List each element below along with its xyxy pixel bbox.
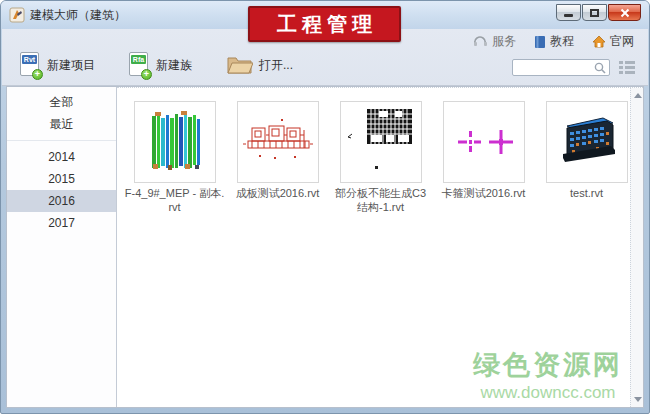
file-name: F-4_9#_MEP - 副本.rvt: [125, 186, 225, 214]
file-item[interactable]: F-4_9#_MEP - 副本.rvt: [123, 101, 226, 214]
scroll-up-icon[interactable]: [634, 93, 642, 98]
file-name: test.rvt: [570, 186, 603, 200]
main-panel: 全部 最近 2014 2015 2016 2017: [6, 86, 644, 408]
open-folder-icon: [226, 54, 253, 76]
rfa-badge: Rfa: [131, 55, 146, 64]
close-button[interactable]: [608, 4, 641, 21]
app-logo-icon: [9, 7, 25, 23]
open-label: 打开...: [259, 57, 293, 74]
magenta-clamps-thumbnail: [443, 101, 525, 183]
new-project-label: 新建项目: [47, 57, 95, 74]
website-link[interactable]: 官网: [592, 33, 634, 50]
sidebar-item-recent[interactable]: 最近: [7, 113, 116, 135]
toolbar: Rvt + 新建项目 Rfa + 新建族 打开...: [16, 49, 297, 81]
file-item[interactable]: 卡箍测试2016.rvt: [432, 101, 535, 214]
window-controls: [556, 4, 641, 21]
list-view-icon[interactable]: [618, 59, 636, 76]
minimize-icon: [564, 14, 573, 17]
app-window: 建模大师（建筑） 工程管理 服务: [0, 0, 650, 414]
file-row: F-4_9#_MEP - 副本.rvt: [117, 88, 643, 214]
black-grid-thumbnail: [340, 101, 422, 183]
plus-icon: +: [141, 69, 152, 80]
page-title-banner: 工程管理: [248, 6, 401, 42]
new-family-label: 新建族: [156, 57, 192, 74]
sidebar: 全部 最近 2014 2015 2016 2017: [7, 87, 117, 407]
website-label: 官网: [610, 33, 634, 50]
file-item[interactable]: 部分板不能生成C3结构-1.rvt: [329, 101, 432, 214]
file-name: 卡箍测试2016.rvt: [442, 186, 526, 200]
maximize-icon: [590, 9, 599, 17]
service-label: 服务: [492, 33, 516, 50]
window-title: 建模大师（建筑）: [30, 7, 126, 24]
plus-icon: +: [32, 69, 43, 80]
search-box: [512, 59, 610, 76]
minimize-button[interactable]: [556, 4, 581, 21]
search-input[interactable]: [513, 62, 593, 74]
file-item[interactable]: test.rvt: [535, 101, 638, 214]
search-icon[interactable]: [593, 61, 607, 75]
sidebar-separator: [7, 140, 116, 141]
mep-model-thumbnail: [134, 101, 216, 183]
new-family-button[interactable]: Rfa + 新建族: [125, 49, 196, 81]
rvt-badge: Rvt: [22, 55, 37, 64]
vertical-scrollbar[interactable]: [630, 88, 643, 407]
maximize-button[interactable]: [582, 4, 607, 21]
service-icon: [473, 36, 488, 48]
scroll-down-icon[interactable]: [634, 397, 642, 402]
tutorial-link[interactable]: 教程: [534, 33, 574, 50]
sidebar-item-2016[interactable]: 2016: [7, 190, 116, 212]
close-icon: [620, 8, 630, 18]
sidebar-item-2014[interactable]: 2014: [7, 146, 116, 168]
new-family-icon: Rfa +: [129, 52, 150, 78]
home-icon: [592, 35, 606, 48]
file-item[interactable]: 成板测试2016.rvt: [226, 101, 329, 214]
header-links: 服务 教程 官网: [473, 33, 634, 50]
sidebar-item-2017[interactable]: 2017: [7, 212, 116, 234]
new-project-button[interactable]: Rvt + 新建项目: [16, 49, 99, 81]
file-grid: F-4_9#_MEP - 副本.rvt: [117, 87, 643, 407]
file-name: 成板测试2016.rvt: [236, 186, 320, 200]
open-button[interactable]: 打开...: [222, 51, 297, 79]
blue-building-thumbnail: [546, 101, 628, 183]
file-name: 部分板不能生成C3结构-1.rvt: [331, 186, 431, 214]
service-link[interactable]: 服务: [473, 33, 516, 50]
red-floorplan-thumbnail: [237, 101, 319, 183]
sidebar-item-all[interactable]: 全部: [7, 91, 116, 113]
new-project-icon: Rvt +: [20, 52, 41, 78]
tutorial-label: 教程: [550, 33, 574, 50]
sidebar-item-2015[interactable]: 2015: [7, 168, 116, 190]
tutorial-icon: [534, 35, 546, 49]
